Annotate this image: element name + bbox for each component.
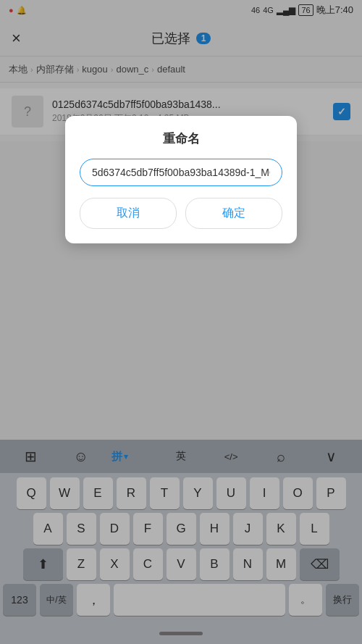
rename-dialog: 重命名 取消 确定 xyxy=(65,116,297,243)
rename-input[interactable] xyxy=(80,159,282,186)
dialog-title: 重命名 xyxy=(80,130,282,147)
confirm-button[interactable]: 确定 xyxy=(185,198,282,229)
cancel-button[interactable]: 取消 xyxy=(80,198,177,229)
dialog-overlay: 重命名 取消 确定 xyxy=(0,0,362,644)
dialog-buttons: 取消 确定 xyxy=(80,198,282,229)
